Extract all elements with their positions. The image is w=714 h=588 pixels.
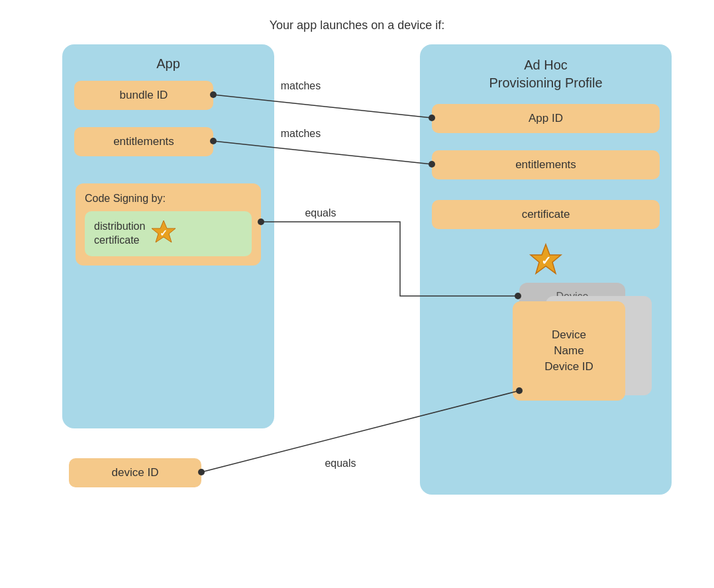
adhoc-container: Ad HocProvisioning Profile App ID entitl…: [420, 44, 672, 495]
adhoc-box-title: Ad HocProvisioning Profile: [432, 56, 660, 92]
certificate-label: certificate: [432, 200, 660, 229]
star-badge-right: ✓: [529, 242, 563, 279]
code-signing-container: Code Signing by: distributioncertificate…: [76, 183, 261, 266]
page-title: Your app launches on a device if:: [270, 19, 445, 32]
app-container: App bundle ID entitlements Code Signing …: [62, 44, 274, 428]
svg-text:✓: ✓: [160, 228, 168, 238]
svg-text:✓: ✓: [541, 254, 551, 268]
device-stack: Device vice me ce ID Device Name Device …: [519, 283, 665, 415]
star-badge-left: ✓: [150, 219, 177, 248]
app-box-title: App: [74, 56, 262, 72]
dist-cert-text: distributioncertificate: [94, 220, 145, 248]
svg-text:matches: matches: [281, 80, 321, 91]
device-id-box: device ID: [69, 458, 201, 487]
svg-text:equals: equals: [325, 458, 356, 469]
dist-cert-box: distributioncertificate ✓: [85, 211, 252, 256]
svg-text:matches: matches: [281, 128, 321, 139]
entitlements-app-box: entitlements: [74, 127, 213, 156]
bundle-id-box: bundle ID: [74, 81, 213, 110]
diagram-area: App bundle ID entitlements Code Signing …: [42, 44, 672, 548]
page-wrapper: Your app launches on a device if: App bu…: [0, 0, 714, 588]
device-card-front: Device Name Device ID: [513, 301, 625, 401]
app-id-box: App ID: [432, 104, 660, 133]
svg-text:equals: equals: [305, 207, 336, 219]
entitlements-adhoc-box: entitlements: [432, 150, 660, 179]
code-signing-label: Code Signing by:: [85, 193, 252, 205]
